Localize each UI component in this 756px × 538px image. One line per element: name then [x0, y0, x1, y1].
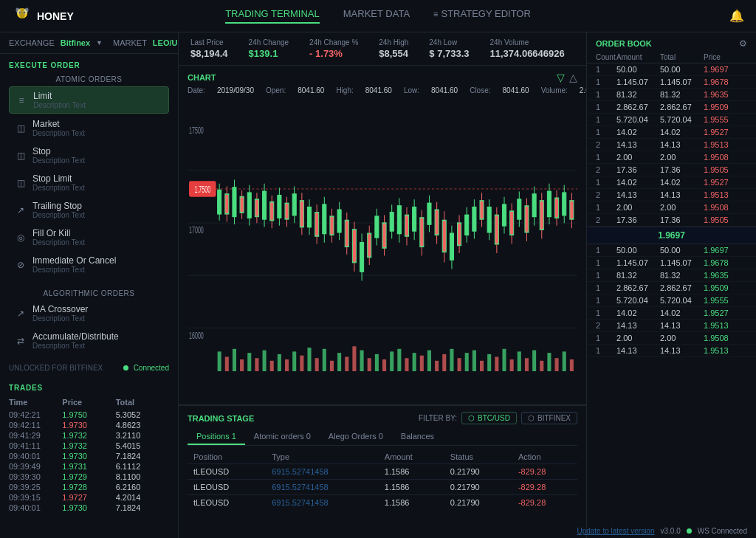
svg-rect-28 — [247, 193, 251, 218]
svg-rect-161 — [225, 356, 229, 371]
chart-high-label: High: — [336, 86, 353, 115]
svg-rect-43 — [285, 204, 289, 219]
svg-rect-103 — [435, 210, 439, 235]
svg-rect-206 — [563, 351, 566, 371]
ob-buy-row: 1 2.862.67 2.862.67 1.9509 — [587, 282, 756, 294]
ob-amount-s7: 2.00 — [616, 153, 660, 162]
trades-section: TRADES Time Price Total 09:42:21 1.9750 … — [0, 378, 178, 538]
stage-tab-positions[interactable]: Positions 1 — [188, 429, 245, 445]
trade-price-6: 1.9729 — [62, 472, 115, 481]
ob-price-s0: 1.9697 — [704, 65, 747, 74]
ob-total-b0: 50.00 — [660, 246, 704, 255]
svg-rect-189 — [435, 361, 439, 371]
ob-price-s7: 1.9508 — [704, 153, 747, 162]
chart-expand-icon[interactable]: △ — [569, 72, 577, 83]
exchange-label: EXCHANGE — [9, 38, 55, 47]
col-action: Action — [512, 450, 577, 464]
order-item-market[interactable]: ◫ Market Description Text — [9, 115, 169, 141]
svg-rect-201 — [525, 358, 529, 371]
ob-col-amount: Amount — [616, 53, 660, 61]
trade-total-2: 3.2110 — [116, 431, 169, 440]
chart-low-value: 8041.60 — [431, 86, 458, 115]
pos-id-1: 6915.52741458 — [266, 480, 379, 495]
ob-price-b5: 1.9527 — [704, 308, 747, 317]
stage-tab-atomic[interactable]: Atomic orders 0 — [245, 429, 320, 445]
svg-rect-130 — [502, 204, 506, 225]
pos-action-1: -829.28 — [512, 480, 577, 495]
nav-tab-market[interactable]: MARKET DATA — [343, 8, 410, 24]
svg-rect-191 — [450, 349, 453, 371]
order-item-ma-crossover[interactable]: ↗ MA Crossover Description Text — [9, 300, 169, 326]
ob-price-s12: 1.9505 — [704, 215, 747, 224]
ma-crossover-label: MA Crossover — [32, 304, 88, 314]
accumulate-icon: ⇄ — [15, 335, 27, 347]
ob-buy-row: 1 2.00 2.00 1.9508 — [587, 332, 756, 345]
ma-crossover-icon: ↗ — [15, 308, 27, 320]
ob-price-s8: 1.9505 — [704, 165, 747, 174]
svg-rect-40 — [278, 196, 281, 218]
ob-amount-s8: 17.36 — [616, 165, 660, 174]
trade-row: 09:41:29 1.9732 3.2110 — [9, 430, 169, 441]
trade-row: 09:40:01 1.9730 7.1824 — [9, 451, 169, 461]
nav-tab-trading[interactable]: TRADING TERMINAL — [225, 8, 320, 24]
trading-stage: TRADING STAGE FILTER BY: ⬡ BTC/USD ⬡ BIT… — [179, 405, 586, 538]
trade-time-8: 09:39:15 — [9, 493, 62, 502]
svg-rect-25 — [240, 197, 244, 213]
accumulate-desc: Description Text — [32, 342, 119, 350]
stat-24h-change-pct: 24h Change % - 1.73% — [309, 38, 358, 59]
svg-rect-91 — [405, 215, 408, 236]
order-item-accumulate[interactable]: ⇄ Accumulate/Distribute Description Text — [9, 328, 169, 354]
market-label: MARKET — [113, 38, 147, 47]
svg-rect-151 — [555, 198, 559, 218]
ob-buy-row: 1 14.13 14.13 1.9513 — [587, 345, 756, 357]
svg-rect-186 — [413, 353, 416, 371]
trade-time-7: 09:39:25 — [9, 483, 62, 492]
stat-24h-volume: 24h Volume 11,374.06646926 — [490, 38, 565, 59]
order-item-ioc[interactable]: ⊘ Immediate Or Cancel Description Text — [9, 252, 169, 277]
ob-count-s2: 1 — [596, 90, 616, 99]
order-item-stop-limit[interactable]: ◫ Stop Limit Description Text — [9, 170, 169, 196]
pos-amount-1: 1.1586 — [379, 480, 444, 495]
stat-last-price: Last Price $8,194.4 — [190, 38, 228, 59]
pos-symbol-1: tLEOUSD — [188, 480, 266, 495]
stop-limit-icon: ◫ — [15, 177, 27, 189]
center-panel: Last Price $8,194.4 24h Change $139.1 24… — [179, 32, 586, 538]
order-item-limit[interactable]: ≡ Limit Description Text — [9, 86, 169, 114]
trade-price-3: 1.9732 — [62, 441, 115, 450]
pos-status-1: 0.21790 — [444, 480, 512, 495]
order-item-fill-or-kill[interactable]: ◎ Fill Or Kill Description Text — [9, 224, 169, 250]
ob-count-b4: 1 — [596, 296, 616, 305]
chart-collapse-icon[interactable]: ▽ — [557, 72, 565, 83]
ob-amount-b5: 14.02 — [616, 308, 660, 317]
svg-rect-202 — [532, 351, 536, 371]
order-item-stop[interactable]: ◫ Stop Description Text — [9, 142, 169, 168]
ob-buy-row: 2 14.13 14.13 1.9513 — [587, 320, 756, 332]
stop-icon: ◫ — [15, 150, 27, 162]
svg-rect-188 — [427, 351, 431, 371]
ob-total-b7: 2.00 — [660, 334, 704, 342]
ob-price-b1: 1.9678 — [704, 258, 747, 267]
svg-rect-52 — [307, 207, 311, 227]
exchange-value[interactable]: Bitfinex — [61, 38, 90, 47]
market-value[interactable]: LEO/USD — [153, 38, 179, 47]
stage-tab-balances[interactable]: Balances — [392, 429, 443, 445]
filter-bitfinex-btn[interactable]: ⬡ BITFINEX — [521, 412, 577, 424]
nav-tabs: TRADING TERMINAL MARKET DATA ≡ STRATEGY … — [130, 8, 626, 24]
stage-tab-alego[interactable]: Alego Orders 0 — [320, 429, 392, 445]
stat-24h-high-label: 24h High — [379, 38, 408, 46]
update-link[interactable]: Update to latest version — [577, 527, 654, 535]
order-item-trailing-stop[interactable]: ↗ Trailing Stop Description Text — [9, 197, 169, 223]
ob-count-s0: 1 — [596, 65, 616, 74]
svg-rect-192 — [458, 358, 461, 371]
exchange-dropdown-icon[interactable]: ▼ — [96, 39, 103, 46]
bell-icon[interactable]: 🔔 — [729, 9, 744, 23]
nav-tab-strategy[interactable]: ≡ STRATEGY EDITOR — [433, 8, 531, 24]
trades-col-time: Time — [9, 398, 62, 407]
filter-btc-btn[interactable]: ⬡ BTC/USD — [461, 412, 517, 424]
table-row: tLEOUSD 6915.52741458 1.1586 0.21790 -82… — [188, 480, 577, 495]
settings-icon[interactable]: ⚙ — [739, 38, 747, 49]
ob-buy-row: 1 50.00 50.00 1.9697 — [587, 244, 756, 257]
connected-dot — [123, 365, 128, 370]
order-book-header: ORDER BOOK ⚙ — [587, 32, 756, 52]
execute-order-section: EXECUTE ORDER ATOMIC ORDERS ≡ Limit Desc… — [0, 54, 178, 282]
